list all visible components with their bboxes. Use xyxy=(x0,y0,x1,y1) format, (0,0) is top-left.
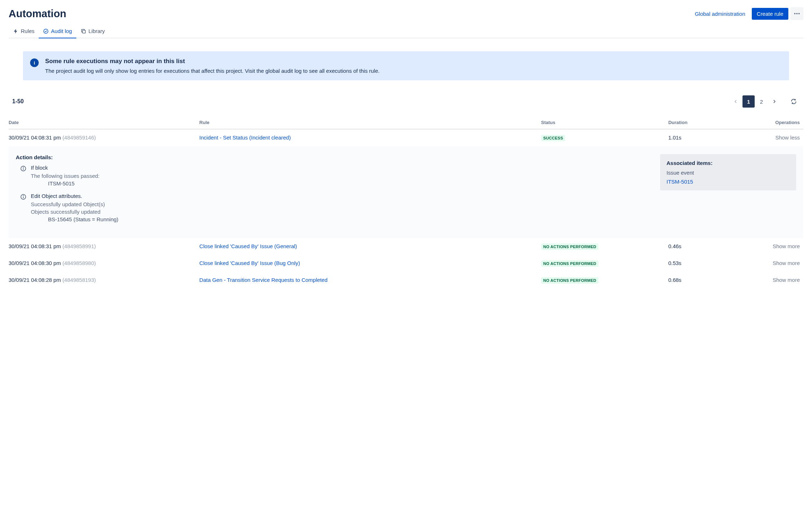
tab-audit-log[interactable]: Audit log xyxy=(39,25,76,38)
action-line: The following issues passed: xyxy=(31,173,651,179)
toggle-details-link[interactable]: Show more xyxy=(773,277,800,283)
page-title: Automation xyxy=(9,8,66,20)
page-prev-button[interactable] xyxy=(730,95,742,108)
refresh-icon xyxy=(790,98,797,105)
more-actions-button[interactable] xyxy=(790,7,803,20)
row-date: 30/09/21 04:08:30 pm xyxy=(9,260,61,266)
action-title: If block xyxy=(31,165,651,171)
svg-rect-4 xyxy=(82,30,85,33)
row-id: (4849858980) xyxy=(62,260,96,266)
details-row: Action details: If blockThe following is… xyxy=(9,146,803,238)
result-range: 1-50 xyxy=(12,98,24,105)
action-line: Successfully updated Object(s) xyxy=(31,201,651,207)
status-badge: NO ACTIONS PERFORMED xyxy=(541,260,598,267)
svg-point-10 xyxy=(23,195,24,196)
action-issue-ref: ITSM-5015 xyxy=(31,180,651,186)
row-duration: 1.01s xyxy=(668,134,682,141)
bolt-icon xyxy=(13,28,19,34)
rule-link[interactable]: Incident - Set Status (Incident cleared) xyxy=(199,134,291,141)
action-line: Objects successfully updated xyxy=(31,209,651,215)
check-circle-icon xyxy=(43,28,49,34)
col-operations: Operations xyxy=(724,116,803,129)
tab-rules[interactable]: Rules xyxy=(9,25,39,38)
chevron-right-icon xyxy=(772,99,777,104)
table-row: 30/09/21 04:08:30 pm (4849858980) Close … xyxy=(9,255,803,272)
info-outline-icon xyxy=(20,165,27,172)
rule-link[interactable]: Close linked 'Caused By' Issue (General) xyxy=(199,243,297,249)
col-status: Status xyxy=(541,116,668,129)
row-date: 30/09/21 04:08:31 pm xyxy=(9,243,61,249)
pagination: 1 2 xyxy=(730,95,800,108)
status-badge: SUCCESS xyxy=(541,135,565,141)
toggle-details-link[interactable]: Show more xyxy=(773,243,800,249)
row-id: (4849858991) xyxy=(62,243,96,249)
row-duration: 0.53s xyxy=(668,260,682,266)
row-id: (4849859146) xyxy=(62,134,96,141)
action-issue-ref: BS-15645 (Status = Running) xyxy=(31,216,651,222)
associated-title: Associated items: xyxy=(667,160,790,166)
audit-log-table: Date Rule Status Duration Operations 30/… xyxy=(9,116,803,289)
page-1-button[interactable]: 1 xyxy=(742,95,755,108)
action-item: Edit Object attributes.Successfully upda… xyxy=(16,193,651,224)
info-outline-icon xyxy=(20,194,27,200)
page-2-button[interactable]: 2 xyxy=(755,95,768,108)
row-duration: 0.68s xyxy=(668,277,682,283)
associated-subtitle: Issue event xyxy=(667,170,790,176)
associated-items-panel: Associated items: Issue event ITSM-5015 xyxy=(660,154,796,190)
rule-link[interactable]: Close linked 'Caused By' Issue (Bug Only… xyxy=(199,260,300,266)
status-badge: NO ACTIONS PERFORMED xyxy=(541,277,598,284)
svg-point-2 xyxy=(798,13,799,14)
global-admin-link[interactable]: Global administration xyxy=(691,8,750,20)
row-date: 30/09/21 04:08:28 pm xyxy=(9,277,61,283)
table-row: 30/09/21 04:08:31 pm (4849858991) Close … xyxy=(9,238,803,255)
banner-title: Some rule executions may not appear in t… xyxy=(45,58,379,65)
table-row: 30/09/21 04:08:31 pm (4849859146) Incide… xyxy=(9,129,803,146)
row-duration: 0.46s xyxy=(668,243,682,249)
rule-link[interactable]: Data Gen - Transition Service Requests t… xyxy=(199,277,328,283)
tab-label: Library xyxy=(89,28,105,34)
info-banner: i Some rule executions may not appear in… xyxy=(23,51,789,80)
action-details-heading: Action details: xyxy=(16,154,651,160)
svg-point-0 xyxy=(794,13,796,14)
action-title: Edit Object attributes. xyxy=(31,193,651,199)
svg-point-1 xyxy=(796,13,797,14)
info-icon: i xyxy=(30,58,39,67)
row-date: 30/09/21 04:08:31 pm xyxy=(9,134,61,141)
col-date: Date xyxy=(9,116,199,129)
toggle-details-link[interactable]: Show more xyxy=(773,260,800,266)
row-id: (4849858193) xyxy=(62,277,96,283)
svg-point-7 xyxy=(23,167,24,167)
col-duration: Duration xyxy=(668,116,724,129)
associated-issue-link[interactable]: ITSM-5015 xyxy=(667,179,693,185)
more-icon xyxy=(793,10,801,17)
tab-bar: Rules Audit log Library xyxy=(9,25,803,38)
action-item: If blockThe following issues passed:ITSM… xyxy=(16,165,651,188)
refresh-button[interactable] xyxy=(788,95,800,108)
chevron-left-icon xyxy=(733,99,739,104)
banner-body: The project audit log will only show log… xyxy=(45,68,379,74)
tab-library[interactable]: Library xyxy=(76,25,109,38)
status-badge: NO ACTIONS PERFORMED xyxy=(541,243,598,250)
col-rule: Rule xyxy=(199,116,541,129)
table-row: 30/09/21 04:08:28 pm (4849858193) Data G… xyxy=(9,272,803,289)
tab-label: Audit log xyxy=(51,28,72,34)
page-next-button[interactable] xyxy=(768,95,780,108)
toggle-details-link[interactable]: Show less xyxy=(775,134,800,141)
tab-label: Rules xyxy=(21,28,34,34)
copy-icon xyxy=(81,28,86,34)
create-rule-button[interactable]: Create rule xyxy=(752,8,788,20)
